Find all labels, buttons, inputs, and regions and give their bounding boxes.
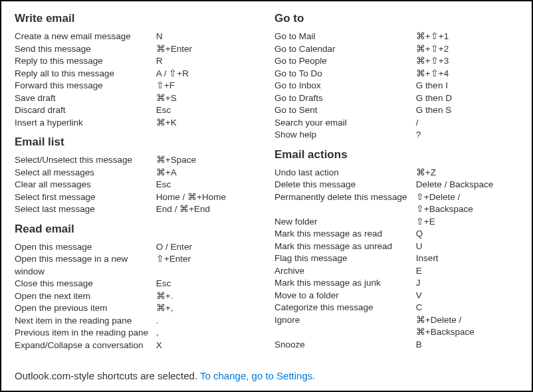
shortcut-row: Go to Calendar⌘+⇧+2 <box>274 43 518 56</box>
shortcut-key: N <box>156 31 259 43</box>
shortcut-key: ⌘+Delete / ⌘+Backspace <box>416 314 518 339</box>
shortcut-key: . <box>156 315 259 328</box>
shortcut-key: ? <box>416 129 518 142</box>
shortcut-key: Home / ⌘+Home <box>156 191 259 204</box>
shortcut-key: V <box>416 290 518 302</box>
section-title: Read email <box>15 223 259 236</box>
shortcut-key: ⌘+K <box>156 117 259 130</box>
shortcut-description: Reply all to this message <box>15 68 156 80</box>
shortcut-row: Ignore⌘+Delete / ⌘+Backspace <box>274 314 518 339</box>
section-title: Email actions <box>274 148 518 161</box>
shortcut-description: Select all messages <box>15 167 156 179</box>
shortcut-description: Previous item in the reading pane <box>15 327 156 340</box>
shortcut-row: Save draft⌘+S <box>15 92 259 105</box>
shortcut-row: Categorize this messageC <box>274 302 518 314</box>
shortcut-key: G then D <box>416 92 518 105</box>
shortcut-description: Insert a hyperlink <box>15 117 156 130</box>
shortcut-key: ⇧+E <box>416 216 518 229</box>
shortcut-key: ⌘+. <box>156 290 259 303</box>
column-right: Go toGo to Mail⌘+⇧+1Go to Calendar⌘+⇧+2G… <box>274 12 518 363</box>
shortcut-key: ⌘+Enter <box>156 43 259 56</box>
shortcut-key: ⇧+Enter <box>156 253 259 278</box>
shortcut-description: Open this message in a new window <box>15 253 156 278</box>
shortcut-row: Show help? <box>274 129 518 142</box>
shortcut-key: R <box>156 55 259 68</box>
shortcut-description: Expand/Collapse a conversation <box>15 340 156 352</box>
shortcut-key: Insert <box>416 252 518 265</box>
column-left: Write emailCreate a new email messageNSe… <box>15 12 259 363</box>
shortcut-key: / <box>416 117 518 130</box>
shortcut-description: Next item in the reading pane <box>15 315 156 328</box>
shortcut-description: Categorize this message <box>274 302 416 314</box>
shortcut-key: Delete / Backspace <box>416 179 518 191</box>
shortcut-row: Discard draftEsc <box>15 104 259 117</box>
shortcut-row: Create a new email messageN <box>15 31 259 43</box>
shortcut-description: Forward this message <box>15 80 156 92</box>
footer-text: Outlook.com-style shortcuts are selected… <box>15 370 200 381</box>
shortcut-description: Close this message <box>15 278 156 290</box>
shortcut-description: Go to Inbox <box>274 80 416 92</box>
shortcut-key: ⌘+⇧+3 <box>416 55 518 68</box>
shortcut-description: Create a new email message <box>15 31 156 43</box>
shortcut-row: Close this messageEsc <box>15 278 259 290</box>
shortcut-row: Open this messageO / Enter <box>15 241 259 254</box>
settings-link[interactable]: To change, go to Settings. <box>200 370 315 381</box>
shortcut-description: Flag this message <box>274 252 416 265</box>
shortcut-row: Open this message in a new window⇧+Enter <box>15 253 259 278</box>
section-title: Write email <box>15 12 259 25</box>
shortcut-description: Permanently delete this message <box>274 191 416 216</box>
shortcut-key: J <box>416 277 518 290</box>
shortcut-row: Open the previous item⌘+, <box>15 302 259 315</box>
shortcut-row: Go to SentG then S <box>274 104 518 117</box>
shortcut-description: Search your email <box>274 117 416 130</box>
shortcut-key: A / ⇧+R <box>156 68 259 80</box>
shortcut-row: Select all messages⌘+A <box>15 167 259 179</box>
shortcut-key: ⌘+Space <box>156 154 259 167</box>
shortcut-row: Select/Unselect this message⌘+Space <box>15 154 259 167</box>
shortcut-key: ⌘+⇧+4 <box>416 68 518 80</box>
shortcut-description: Mark this message as unread <box>274 241 416 253</box>
shortcuts-panel: Write emailCreate a new email messageNSe… <box>0 0 533 392</box>
shortcut-description: Go to Calendar <box>274 43 416 56</box>
shortcut-key: ⌘+, <box>156 302 259 315</box>
shortcut-description: Show help <box>274 129 416 142</box>
shortcut-key: ⌘+Z <box>416 167 518 179</box>
shortcut-key: ⌘+⇧+1 <box>416 31 518 43</box>
shortcut-description: Open the next item <box>15 290 156 303</box>
shortcut-description: Send this message <box>15 43 156 56</box>
shortcut-row: Flag this messageInsert <box>274 252 518 265</box>
shortcut-description: Go to Drafts <box>274 92 416 105</box>
shortcut-description: Delete this message <box>274 179 416 191</box>
shortcut-row: Go to To Do⌘+⇧+4 <box>274 68 518 80</box>
shortcut-key: End / ⌘+End <box>156 203 259 216</box>
shortcut-description: Select last message <box>15 203 156 216</box>
section-rows: Go to Mail⌘+⇧+1Go to Calendar⌘+⇧+2Go to … <box>274 31 518 142</box>
shortcut-description: Select/Unselect this message <box>15 154 156 167</box>
shortcut-row: New folder⇧+E <box>274 216 518 229</box>
shortcut-row: Send this message⌘+Enter <box>15 43 259 56</box>
shortcut-description: Archive <box>274 265 416 278</box>
shortcut-key: ⇧+Delete / ⇧+Backspace <box>416 191 518 216</box>
shortcut-key: , <box>156 327 259 340</box>
section-title: Go to <box>274 12 518 25</box>
shortcut-row: Mark this message as readQ <box>274 228 518 241</box>
shortcut-description: Go to To Do <box>274 68 416 80</box>
shortcut-row: Go to InboxG then I <box>274 80 518 92</box>
section-title: Email list <box>15 136 259 149</box>
shortcut-description: Move to a folder <box>274 290 416 302</box>
shortcut-row: Go to People⌘+⇧+3 <box>274 55 518 68</box>
shortcut-description: Undo last action <box>274 167 416 179</box>
shortcut-description: Clear all messages <box>15 179 156 191</box>
shortcut-key: Esc <box>156 179 259 191</box>
shortcut-row: Mark this message as junkJ <box>274 277 518 290</box>
columns: Write emailCreate a new email messageNSe… <box>15 12 518 363</box>
shortcut-key: U <box>416 241 518 253</box>
shortcut-description: Select first message <box>15 191 156 204</box>
shortcut-row: Clear all messagesEsc <box>15 179 259 191</box>
shortcut-key: G then I <box>416 80 518 92</box>
shortcut-description: Save draft <box>15 92 156 105</box>
shortcut-row: Previous item in the reading pane, <box>15 327 259 340</box>
shortcut-row: Delete this messageDelete / Backspace <box>274 179 518 191</box>
shortcut-row: Open the next item⌘+. <box>15 290 259 303</box>
shortcut-description: Mark this message as read <box>274 228 416 241</box>
